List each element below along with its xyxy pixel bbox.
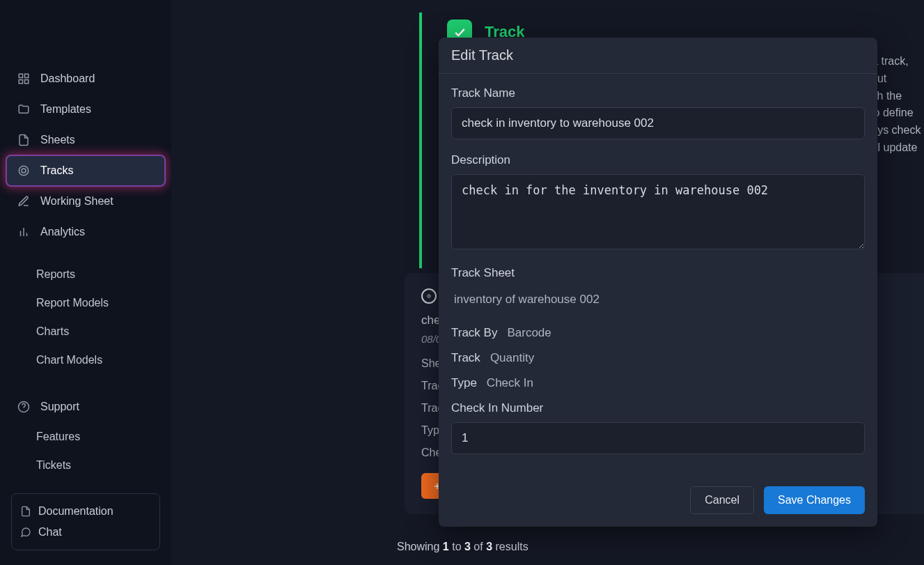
cancel-button[interactable]: Cancel: [690, 486, 754, 514]
sidebar-item-label: Dashboard: [40, 72, 95, 85]
sidebar-item-dashboard[interactable]: Dashboard: [7, 64, 164, 93]
svg-point-5: [22, 169, 26, 173]
sidebar-item-label: Working Sheet: [40, 195, 113, 208]
description-input[interactable]: [451, 174, 865, 249]
track-by-row: Track By Barcode: [451, 326, 865, 340]
track-icon: [421, 288, 437, 304]
sidebar-item-tracks[interactable]: Tracks: [7, 156, 164, 185]
help-icon: [17, 401, 31, 413]
sidebar: Dashboard Templates Sheets Tracks Workin…: [0, 0, 171, 565]
sidebar-item-features[interactable]: Features: [7, 423, 164, 451]
doc-icon: [20, 506, 31, 517]
sidebar-item-label: Tracks: [40, 164, 73, 177]
track-sheet-value: inventory of warehouse 002: [451, 287, 865, 312]
file-icon: [17, 134, 31, 146]
edit-track-modal: Edit Track Track Name Description Track …: [439, 38, 877, 527]
sidebar-item-templates[interactable]: Templates: [7, 95, 164, 124]
svg-rect-1: [25, 74, 29, 77]
sidebar-item-chart-models[interactable]: Chart Models: [7, 346, 164, 374]
sidebar-analytics-sub: Reports Report Models Charts Chart Model…: [0, 261, 171, 374]
svg-rect-2: [19, 80, 22, 84]
sidebar-item-tickets[interactable]: Tickets: [7, 451, 164, 479]
track-name-input[interactable]: [451, 107, 865, 139]
dashboard-icon: [17, 72, 31, 85]
chat-icon: [20, 527, 31, 538]
sidebar-item-label: Templates: [40, 103, 91, 116]
sidebar-item-label: Analytics: [40, 226, 85, 238]
sidebar-item-label: Support: [40, 401, 79, 413]
results-count: Showing 1 to 3 of 3 results: [397, 541, 528, 553]
svg-rect-0: [19, 74, 22, 77]
sidebar-item-working-sheet[interactable]: Working Sheet: [7, 187, 164, 216]
track-name-label: Track Name: [451, 86, 865, 100]
save-changes-button[interactable]: Save Changes: [764, 486, 865, 514]
sidebar-support-sub: Features Tickets: [0, 423, 171, 479]
pencil-square-icon: [17, 195, 31, 208]
sidebar-item-charts[interactable]: Charts: [7, 318, 164, 346]
type-row: Type Check In: [451, 376, 865, 390]
sidebar-help-box: Documentation Chat: [11, 493, 160, 550]
sidebar-item-analytics[interactable]: Analytics: [7, 217, 164, 247]
bar-chart-icon: [17, 226, 31, 238]
sidebar-item-label: Sheets: [40, 134, 75, 146]
modal-title: Edit Track: [439, 38, 877, 74]
track-row: Track Quantity: [451, 351, 865, 365]
svg-rect-3: [25, 80, 29, 84]
track-sheet-label: Track Sheet: [451, 266, 865, 280]
target-icon: [17, 164, 31, 177]
sidebar-item-support[interactable]: Support: [7, 392, 164, 421]
sidebar-item-report-models[interactable]: Report Models: [7, 289, 164, 317]
folder-icon: [17, 103, 31, 116]
description-label: Description: [451, 153, 865, 167]
sidebar-item-reports[interactable]: Reports: [7, 261, 164, 288]
svg-point-4: [19, 166, 29, 176]
sidebar-item-documentation[interactable]: Documentation: [20, 501, 151, 522]
svg-point-16: [428, 295, 430, 297]
checkin-number-label: Check In Number: [451, 401, 865, 415]
checkin-number-input[interactable]: [451, 422, 865, 454]
sidebar-item-sheets[interactable]: Sheets: [7, 125, 164, 155]
sidebar-item-chat[interactable]: Chat: [20, 522, 151, 543]
